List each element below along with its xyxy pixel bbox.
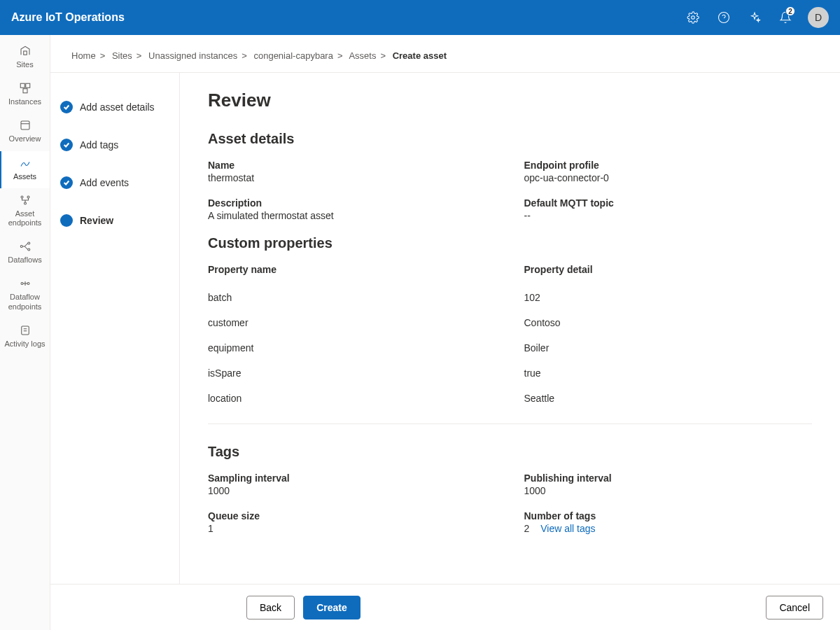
page-title: Review (208, 90, 812, 111)
svg-rect-3 (23, 51, 27, 55)
nav-overview[interactable]: Overview (0, 113, 50, 150)
svg-point-12 (20, 246, 22, 248)
svg-point-1 (719, 13, 729, 23)
overview-icon (19, 119, 31, 132)
sparkle-icon (748, 11, 761, 24)
kv-numtags: Number of tags 2 View all tags (524, 510, 813, 534)
user-avatar[interactable]: D (808, 7, 829, 28)
prop-row: batch 102 (208, 285, 812, 310)
svg-point-11 (24, 202, 26, 204)
nav-dataflows[interactable]: Dataflows (0, 234, 50, 272)
svg-rect-4 (20, 83, 24, 88)
notifications-button[interactable]: 2 (771, 4, 799, 31)
prop-row: equipment Boiler (208, 335, 812, 360)
svg-point-0 (692, 16, 695, 20)
kv-sampling: Sampling interval 1000 (208, 472, 496, 496)
help-icon (718, 11, 730, 24)
crumb-current: Create asset (393, 50, 447, 61)
crumb-home[interactable]: Home (71, 50, 96, 61)
check-icon (60, 101, 73, 113)
help-button[interactable] (710, 4, 738, 31)
svg-point-14 (27, 248, 29, 251)
kv-description: Description A simulated thermostat asset (208, 197, 496, 221)
asset-details-heading: Asset details (208, 131, 812, 147)
svg-point-15 (21, 283, 23, 285)
app-title: Azure IoT Operations (11, 11, 125, 24)
breadcrumb: Home> Sites> Unassigned instances> conge… (71, 50, 819, 61)
instances-icon (19, 82, 31, 94)
kv-publishing: Publishing interval 1000 (524, 472, 813, 496)
settings-button[interactable] (679, 4, 707, 31)
back-button[interactable]: Back (246, 596, 295, 620)
crumb-sites[interactable]: Sites (112, 50, 132, 61)
notif-badge: 2 (785, 6, 795, 16)
step-add-events[interactable]: Add events (60, 169, 169, 207)
nav-activity-logs[interactable]: Activity logs (0, 318, 50, 356)
asset-endpoints-icon (19, 194, 31, 206)
header-actions: 2 D (679, 4, 829, 31)
nav-instances[interactable]: Instances (0, 76, 50, 113)
feedback-button[interactable] (741, 4, 769, 31)
assets-icon (19, 157, 31, 169)
nav-dataflow-endpoints[interactable]: Dataflow endpoints (0, 272, 50, 318)
svg-point-13 (27, 242, 29, 244)
props-header: Property name Property detail (208, 264, 812, 275)
view-all-tags-link[interactable]: View all tags (540, 523, 595, 534)
svg-rect-7 (21, 121, 29, 130)
sites-icon (19, 45, 31, 57)
crumb-unassigned[interactable]: Unassigned instances (148, 50, 237, 61)
prop-row: customer Contoso (208, 310, 812, 335)
review-pane[interactable]: Review Asset details Name thermostat Des… (180, 73, 840, 584)
kv-endpoint: Endpoint profile opc-ua-connector-0 (524, 160, 813, 183)
svg-rect-5 (25, 83, 29, 88)
kv-name: Name thermostat (208, 160, 496, 183)
side-nav: Sites Instances Overview Assets Asset en… (0, 35, 50, 630)
svg-point-10 (27, 196, 29, 198)
svg-rect-17 (21, 326, 29, 335)
kv-queue: Queue size 1 (208, 510, 496, 534)
step-add-tags[interactable]: Add tags (60, 132, 169, 169)
prop-row: isSpare true (208, 360, 812, 386)
check-icon (60, 139, 73, 151)
current-step-icon (60, 214, 73, 227)
check-icon (60, 176, 73, 189)
svg-point-9 (21, 196, 23, 198)
tags-heading: Tags (208, 444, 812, 460)
app-header: Azure IoT Operations 2 D (0, 0, 840, 35)
svg-point-16 (27, 283, 29, 285)
activity-logs-icon (19, 324, 31, 337)
gear-icon (687, 11, 699, 24)
nav-asset-endpoints[interactable]: Asset endpoints (0, 188, 50, 234)
svg-rect-6 (23, 89, 27, 93)
crumb-assets[interactable]: Assets (349, 50, 376, 61)
prop-row: location Seattle (208, 386, 812, 411)
nav-sites[interactable]: Sites (0, 39, 50, 76)
nav-assets[interactable]: Assets (0, 151, 50, 188)
step-add-asset-details[interactable]: Add asset details (60, 94, 169, 132)
main-content: Home> Sites> Unassigned instances> conge… (50, 35, 840, 630)
custom-props-heading: Custom properties (208, 235, 812, 251)
kv-mqtt: Default MQTT topic -- (524, 197, 813, 221)
dataflow-endpoints-icon (19, 277, 31, 290)
create-button[interactable]: Create (303, 596, 360, 620)
wizard-footer: Back Create Cancel (50, 584, 840, 630)
crumb-instance[interactable]: congenial-capybara (253, 50, 332, 61)
wizard-stepper: Add asset details Add tags Add events Re… (50, 73, 180, 584)
cancel-button[interactable]: Cancel (766, 596, 823, 620)
dataflows-icon (19, 240, 31, 253)
step-review[interactable]: Review (60, 207, 169, 245)
